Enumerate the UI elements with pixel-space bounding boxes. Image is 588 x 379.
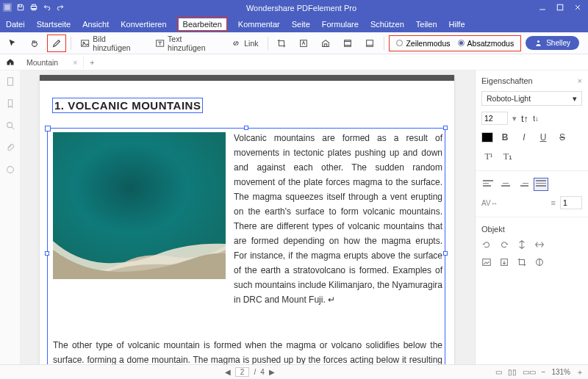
add-link-button[interactable]: Link <box>228 36 261 51</box>
flip-horizontal-icon[interactable] <box>534 239 545 251</box>
menu-item[interactable]: Formulare <box>322 20 359 29</box>
flip-vertical-icon[interactable] <box>517 239 527 251</box>
page-navigator: ◀ 2 / 4 ▶ <box>4 367 495 377</box>
edit-text-icon[interactable] <box>49 36 65 51</box>
underline-button[interactable]: U <box>536 131 551 144</box>
menu-item[interactable]: Startseite <box>37 20 71 29</box>
prev-page-icon[interactable]: ◀ <box>225 368 231 376</box>
add-image-button[interactable]: Bild hinzufügen <box>77 32 146 54</box>
strike-button[interactable]: S <box>555 131 570 144</box>
font-size-row: ▾ t↑ t↓ <box>476 109 588 128</box>
line-mode-radio[interactable]: Zeilenmodus <box>396 39 450 48</box>
panel-close-icon[interactable]: × <box>578 76 582 85</box>
hand-pan-icon[interactable] <box>26 36 43 51</box>
document-heading[interactable]: 1. VOLCANIC MOUNTAINS <box>53 98 202 112</box>
add-text-button[interactable]: Text hinzufügen <box>152 32 222 54</box>
paragraph-mode-radio[interactable]: Absatzmodus <box>458 39 514 48</box>
zoom-out-icon[interactable]: − <box>542 368 546 376</box>
replace-image-icon[interactable] <box>481 257 492 269</box>
pdf-page[interactable]: 1. VOLCANIC MOUNTAINS <box>40 75 454 364</box>
window-controls <box>538 3 585 13</box>
page-header-bar <box>40 75 454 81</box>
extract-image-icon[interactable] <box>499 257 509 269</box>
alignment-row <box>476 176 588 193</box>
crop-object-icon[interactable] <box>517 257 527 269</box>
cursor-select-icon[interactable] <box>4 36 21 51</box>
menu-item[interactable]: Hilfe <box>449 20 465 29</box>
line-spacing-input[interactable] <box>560 196 582 209</box>
redo-icon[interactable] <box>56 3 65 13</box>
view-continuous-icon[interactable]: ▯▯ <box>508 368 517 376</box>
resize-handle[interactable] <box>45 251 49 256</box>
tab-close-icon[interactable]: × <box>73 58 77 67</box>
crop-icon[interactable] <box>273 36 290 51</box>
zoom-value[interactable]: 131% <box>551 368 570 376</box>
document-viewport[interactable]: 1. VOLCANIC MOUNTAINS <box>21 71 475 364</box>
bookmarks-icon[interactable] <box>5 98 15 110</box>
char-spacing-icon[interactable]: AV↔ <box>481 199 498 207</box>
document-tab[interactable]: Mountain× <box>21 57 84 68</box>
print-icon[interactable] <box>29 3 38 13</box>
align-right-icon[interactable] <box>517 178 530 190</box>
add-text-label: Text hinzufügen <box>168 35 219 52</box>
view-facing-icon[interactable]: ▭▭ <box>523 368 536 376</box>
align-justify-icon[interactable] <box>534 178 548 190</box>
bold-button[interactable]: B <box>498 131 512 144</box>
menu-item[interactable]: Seite <box>292 20 310 29</box>
separator <box>384 37 384 50</box>
menu-item[interactable]: Teilen <box>416 20 437 29</box>
font-shrink-icon[interactable]: t↓ <box>533 115 539 123</box>
embedded-photo[interactable] <box>53 132 226 279</box>
home-tab-icon[interactable] <box>0 57 21 68</box>
resize-handle[interactable] <box>443 126 448 130</box>
menu-item[interactable]: Datei <box>6 20 25 29</box>
object-rotation-row <box>476 237 588 254</box>
font-family-dropdown[interactable]: Roboto-Light ▾ <box>481 91 582 106</box>
close-icon[interactable] <box>573 3 582 13</box>
save-icon[interactable] <box>16 3 25 13</box>
new-tab-button[interactable]: + <box>84 58 100 67</box>
view-single-icon[interactable]: ▭ <box>495 368 502 376</box>
link-label: Link <box>244 39 258 48</box>
menu-item[interactable]: Ansicht <box>82 20 109 29</box>
zoom-in-icon[interactable]: ＋ <box>576 367 584 378</box>
rotate-ccw-icon[interactable] <box>481 239 492 251</box>
menu-item-bearbeiten[interactable]: Bearbeiten <box>179 18 226 30</box>
subscript-button[interactable]: T₁ <box>501 150 515 163</box>
opacity-icon[interactable] <box>534 257 545 269</box>
comments-icon[interactable] <box>5 165 15 176</box>
body-paragraph-1[interactable]: Volcanic mountains are formed as a resul… <box>234 131 442 307</box>
resize-handle[interactable] <box>244 126 248 130</box>
header-footer-icon[interactable] <box>340 36 356 51</box>
page-current[interactable]: 2 <box>235 367 250 377</box>
main-body: 1. VOLCANIC MOUNTAINS <box>0 71 588 364</box>
radio-icon <box>396 40 403 46</box>
user-account-pill[interactable]: Shelley <box>526 36 579 50</box>
chevron-down-icon[interactable]: ▾ <box>512 114 517 123</box>
undo-icon[interactable] <box>43 3 51 13</box>
thumbnails-icon[interactable] <box>5 76 15 88</box>
bates-number-icon[interactable] <box>362 36 378 51</box>
background-icon[interactable] <box>318 36 334 51</box>
align-center-icon[interactable] <box>499 178 512 190</box>
menu-item[interactable]: Konvertieren <box>121 20 166 29</box>
resize-handle[interactable] <box>443 251 448 256</box>
title-bar: Wondershare PDFelement Pro <box>0 0 588 16</box>
watermark-icon[interactable] <box>295 36 312 51</box>
minimize-icon[interactable] <box>538 3 547 13</box>
color-swatch[interactable] <box>481 132 493 142</box>
menu-item[interactable]: Kommentar <box>238 20 280 29</box>
italic-button[interactable]: I <box>517 131 531 144</box>
attachments-icon[interactable] <box>5 142 15 154</box>
superscript-button[interactable]: T¹ <box>481 150 496 163</box>
menu-item[interactable]: Schützen <box>370 20 404 29</box>
search-icon[interactable] <box>5 120 15 132</box>
font-grow-icon[interactable]: t↑ <box>521 113 528 124</box>
next-page-icon[interactable]: ▶ <box>269 368 275 376</box>
body-paragraph-2[interactable]: The other type of volcanic mountain is f… <box>53 338 442 364</box>
maximize-icon[interactable] <box>556 3 564 13</box>
left-sidebar <box>0 71 21 364</box>
align-left-icon[interactable] <box>481 178 495 190</box>
font-size-input[interactable] <box>481 112 508 125</box>
rotate-cw-icon[interactable] <box>499 239 509 251</box>
